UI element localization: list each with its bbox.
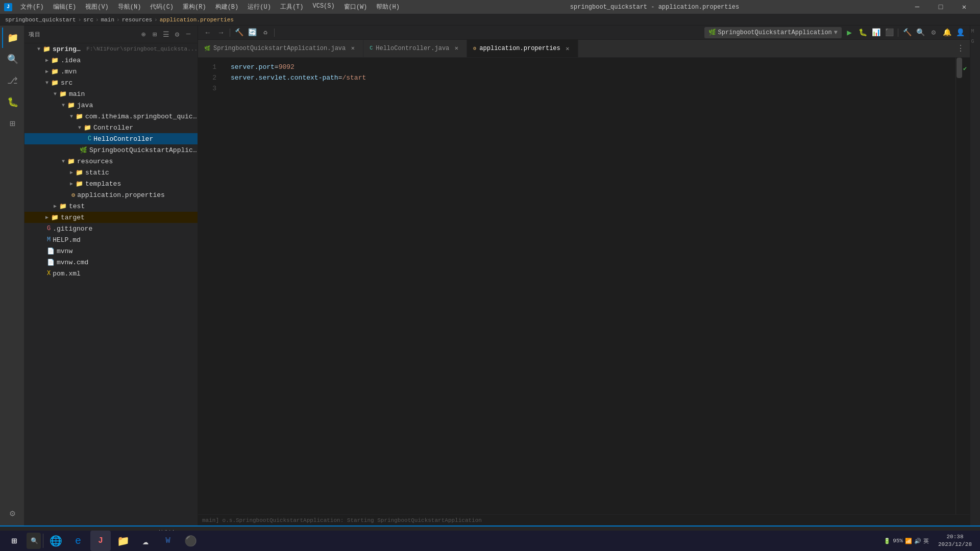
code-content[interactable]: server.port=9092 server.servlet.context-… [223,58,955,514]
tree-item-main[interactable]: ▼ 📁 main [24,88,198,99]
activity-debug[interactable]: 🐛 [2,92,22,112]
tree-item-src[interactable]: ▼ 📁 src [24,77,198,88]
menu-help[interactable]: 帮助(H) [372,2,404,12]
window-controls: ─ □ ✕ [905,0,976,14]
activity-settings[interactable]: ⚙ [2,503,22,523]
toolbar-settings[interactable]: ⚙ [928,27,939,38]
panel-icon-close[interactable]: ─ [183,29,193,39]
toolbar-notifications[interactable]: 🔔 [941,27,952,38]
tree-item-idea[interactable]: ▶ 📁 .idea [24,55,198,66]
panel-header: 项目 ⊕ ⊞ ☰ ⚙ ─ [24,26,198,43]
run-config: 🌿 SpringbootQuickstartApplication ▼ ▶ 🐛 … [704,27,966,38]
coverage-button[interactable]: 📊 [870,27,881,38]
tree-item-static[interactable]: ▶ 📁 static [24,167,198,178]
run-config-name[interactable]: 🌿 SpringbootQuickstartApplication ▼ [704,27,842,38]
activity-explorer[interactable]: 📁 [2,28,22,48]
tabs-menu-icon[interactable]: ⋮ [955,42,966,55]
minimize-button[interactable]: ─ [905,0,929,14]
toolbar-sync[interactable]: 🔄 [247,27,258,38]
activity-vcs[interactable]: ⎇ [2,70,22,91]
taskbar-app-unknown[interactable]: ⚫ [180,531,201,551]
breadcrumb-sep-1: › [78,17,82,23]
taskbar-search[interactable]: 🔍 [27,533,41,549]
taskbar-start-button[interactable]: ⊞ [4,531,24,551]
taskbar-app-intellij[interactable]: J [90,531,111,551]
activity-search[interactable]: 🔍 [2,49,22,69]
tree-item-mvnwcmd[interactable]: 📄 mvnw.cmd [24,257,198,268]
toolbar-back[interactable]: ← [202,27,213,38]
debug-button[interactable]: 🐛 [857,27,868,38]
tree-item-controller-folder[interactable]: ▼ 📁 Controller [24,122,198,133]
menu-bar: 文件(F) 编辑(E) 视图(V) 导航(N) 代码(C) 重构(R) 构建(B… [16,2,404,12]
tree-item-resources[interactable]: ▼ 📁 resources [24,156,198,167]
breadcrumb-resources[interactable]: resources [122,17,152,23]
menu-vcs[interactable]: VCS(S) [308,2,338,12]
main-layout: 📁 🔍 ⎇ 🐛 ⊞ ⚙ 项目 ⊕ ⊞ ☰ ⚙ ─ ▼ 📁 springboot_… [0,26,980,525]
tree-item-mvnw[interactable]: 📄 mvnw [24,245,198,257]
taskbar-app-edge-ie[interactable]: 🌐 [45,531,66,551]
maximize-button[interactable]: □ [929,0,952,14]
tree-item-hellocontroller[interactable]: C HelloController [24,133,198,144]
battery-icon: 🔋 [884,538,891,544]
menu-edit[interactable]: 编辑(E) [49,2,81,12]
tab-close-properties[interactable]: ✕ [564,44,572,53]
tree-item-target[interactable]: ▶ 📁 target [24,212,198,223]
panel-icon-collapse[interactable]: ☰ [161,29,171,39]
tree-item-root[interactable]: ▼ 📁 springboot_quickstart F:\NI1Four\spr… [24,43,198,55]
tab-springboot-app[interactable]: 🌿 SpringbootQuickstartApplication.java ✕ [198,40,363,57]
right-sidebar-gradle[interactable]: G [971,39,979,47]
code-editor[interactable]: 1 2 3 server.port=9092 server.servlet.co… [198,58,970,514]
code-line-3 [231,83,951,94]
tab-close-springboot[interactable]: ✕ [349,44,357,53]
stop-build-button[interactable]: ⬛ [884,27,895,38]
tree-item-pomxml[interactable]: X pom.xml [24,268,198,279]
toolbar-sep-3 [898,29,898,37]
taskbar-app-edge[interactable]: e [68,531,88,551]
tree-item-java[interactable]: ▼ 📁 java [24,99,198,111]
toolbar-reload[interactable]: ♻ [260,27,271,38]
tree-item-gitignore[interactable]: G .gitignore [24,223,198,234]
editor-scrollbar[interactable] [955,58,963,514]
menu-navigate[interactable]: 导航(N) [114,2,145,12]
tab-close-hello[interactable]: ✕ [452,44,460,53]
breadcrumb-src[interactable]: src [83,17,93,23]
tree-item-com[interactable]: ▼ 📁 com.itheima.springboot_quickstart [24,111,198,122]
tab-hellocontroller[interactable]: C HelloController.java ✕ [363,40,467,57]
toolbar-build2[interactable]: 🔨 [901,27,913,38]
breadcrumb-file[interactable]: application.properties [160,17,234,23]
taskbar-app-explorer[interactable]: 📁 [113,531,133,551]
taskbar-clock[interactable]: 20:38 2023/12/28 [934,533,976,548]
taskbar-app-word[interactable]: W [158,531,178,551]
breadcrumb-main[interactable]: main [101,17,114,23]
tree-item-springapp[interactable]: 🌿 SpringbootQuickstartApplication [24,144,198,156]
tree-item-app-properties[interactable]: ⚙ application.properties [24,189,198,201]
tree-item-test[interactable]: ▶ 📁 test [24,201,198,212]
toolbar-search[interactable]: 🔍 [915,27,926,38]
menu-window[interactable]: 窗口(W) [340,2,372,12]
menu-run[interactable]: 运行(U) [243,2,275,12]
tab-app-properties[interactable]: ⚙ application.properties ✕ [467,40,578,57]
tree-item-helpmd[interactable]: M HELP.md [24,234,198,245]
panel-icon-settings[interactable]: ⚙ [172,29,182,39]
breadcrumb: springboot_quickstart › src › main › res… [0,14,980,26]
breadcrumb-project[interactable]: springboot_quickstart [5,17,76,23]
toolbar-build[interactable]: 🔨 [233,27,244,38]
activity-extensions[interactable]: ⊞ [2,113,22,134]
taskbar-app-weather[interactable]: ☁ [135,531,156,551]
run-button[interactable]: ▶ [844,27,855,38]
panel-icon-expand[interactable]: ⊞ [150,29,160,39]
close-button[interactable]: ✕ [952,0,976,14]
tree-item-templates[interactable]: ▶ 📁 templates [24,178,198,189]
menu-file[interactable]: 文件(F) [16,2,48,12]
tree-item-mvn[interactable]: ▶ 📁 .mvn [24,66,198,77]
menu-build[interactable]: 构建(B) [211,2,243,12]
menu-tools[interactable]: 工具(T) [276,2,308,12]
menu-code[interactable]: 代码(C) [146,2,178,12]
toolbar-forward[interactable]: → [215,27,227,38]
breadcrumb-sep-2: › [95,17,99,23]
menu-view[interactable]: 视图(V) [81,2,113,12]
panel-icon-align[interactable]: ⊕ [138,29,149,39]
toolbar-git[interactable]: 👤 [954,27,966,38]
menu-refactor[interactable]: 重构(R) [179,2,210,12]
right-sidebar-maven[interactable]: M [971,29,979,37]
